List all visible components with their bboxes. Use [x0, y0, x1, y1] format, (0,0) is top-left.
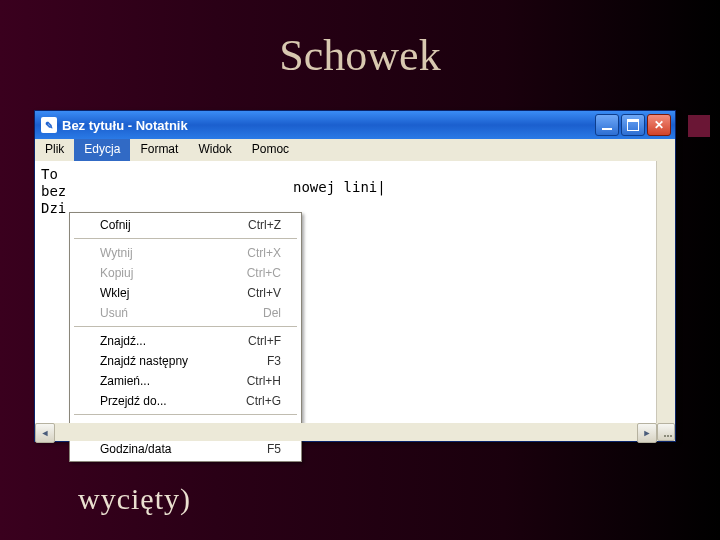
close-button[interactable]: ✕ [647, 114, 671, 136]
menu-item-przejdz-do[interactable]: Przejdź do... Ctrl+G [72, 391, 299, 411]
menu-widok[interactable]: Widok [188, 139, 241, 161]
scroll-right-button[interactable]: ► [637, 423, 657, 443]
menu-separator [74, 326, 297, 328]
vertical-scrollbar[interactable] [656, 161, 675, 423]
menu-item-shortcut: F3 [267, 354, 281, 368]
menu-item-label: Usuń [100, 306, 263, 320]
editor-visible-text-right: nowej lini| [293, 179, 386, 196]
menu-format[interactable]: Format [130, 139, 188, 161]
app-icon: ✎ [41, 117, 57, 133]
menu-item-godzina-data[interactable]: Godzina/data F5 [72, 439, 299, 459]
menu-item-label: Przejdź do... [100, 394, 246, 408]
menu-item-kopiuj[interactable]: Kopiuj Ctrl+C [72, 263, 299, 283]
menu-item-label: Znajdź... [100, 334, 248, 348]
menu-item-label: Znajdź następny [100, 354, 267, 368]
menu-item-label: Kopiuj [100, 266, 247, 280]
menu-item-shortcut: Ctrl+H [247, 374, 281, 388]
menu-item-shortcut: Ctrl+V [247, 286, 281, 300]
menu-item-label: Cofnij [100, 218, 248, 232]
menu-item-label: Wklej [100, 286, 247, 300]
menu-item-shortcut: Ctrl+X [247, 246, 281, 260]
menu-item-wklej[interactable]: Wklej Ctrl+V [72, 283, 299, 303]
horizontal-scrollbar[interactable]: ◄ ► [35, 423, 675, 441]
maximize-button[interactable] [621, 114, 645, 136]
window-controls: ✕ [595, 114, 671, 136]
minimize-button[interactable] [595, 114, 619, 136]
menu-item-zamien[interactable]: Zamień... Ctrl+H [72, 371, 299, 391]
menu-plik[interactable]: Plik [35, 139, 74, 161]
menubar: Plik Edycja Format Widok Pomoc [35, 139, 675, 162]
menu-item-label: Wytnij [100, 246, 247, 260]
menu-item-wytnij[interactable]: Wytnij Ctrl+X [72, 243, 299, 263]
menu-item-usun[interactable]: Usuń Del [72, 303, 299, 323]
menu-item-shortcut: Ctrl+F [248, 334, 281, 348]
menu-item-shortcut: Ctrl+C [247, 266, 281, 280]
menu-item-znajdz[interactable]: Znajdź... Ctrl+F [72, 331, 299, 351]
resize-grip[interactable] [657, 423, 675, 441]
menu-item-shortcut: F5 [267, 442, 281, 456]
menu-item-label: Zamień... [100, 374, 247, 388]
menu-item-cofnij[interactable]: Cofnij Ctrl+Z [72, 215, 299, 235]
menu-item-shortcut: Ctrl+G [246, 394, 281, 408]
slide-caption-fragment: wycięty) [78, 482, 191, 516]
menu-edycja[interactable]: Edycja [74, 139, 130, 161]
titlebar[interactable]: ✎ Bez tytułu - Notatnik ✕ [35, 111, 675, 139]
menu-item-label: Godzina/data [100, 442, 267, 456]
scroll-track[interactable] [55, 423, 637, 441]
menu-item-shortcut: Ctrl+Z [248, 218, 281, 232]
accent-square [688, 115, 710, 137]
menu-item-shortcut: Del [263, 306, 281, 320]
menu-separator [74, 414, 297, 416]
scroll-left-button[interactable]: ◄ [35, 423, 55, 443]
menu-separator [74, 238, 297, 240]
slide-title: Schowek [0, 30, 720, 81]
menu-item-znajdz-nastepny[interactable]: Znajdź następny F3 [72, 351, 299, 371]
window-title: Bez tytułu - Notatnik [62, 118, 595, 133]
text-area[interactable]: To bez Dzi nowej lini| Cofnij Ctrl+Z Wyt… [35, 162, 675, 424]
editor-visible-text-left: To bez Dzi [41, 166, 66, 217]
notepad-window: ✎ Bez tytułu - Notatnik ✕ Plik Edycja Fo… [34, 110, 676, 442]
menu-pomoc[interactable]: Pomoc [242, 139, 299, 161]
